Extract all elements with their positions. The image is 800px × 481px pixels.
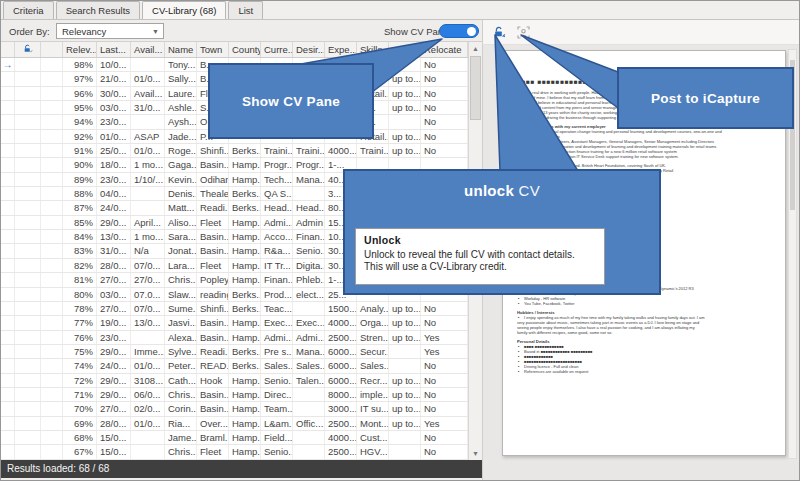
column-header-skills[interactable]: Skills — [357, 42, 389, 57]
table-cell: 27/0... — [97, 402, 131, 415]
column-header-county[interactable]: County — [229, 42, 261, 57]
table-cell: 25/0... — [97, 144, 131, 157]
table-cell: 8000... — [325, 388, 357, 401]
table-cell: Sales... — [357, 359, 389, 372]
column-header-desir[interactable]: Desir... — [293, 42, 325, 57]
tab-criteria[interactable]: Criteria — [3, 1, 54, 19]
table-cell — [15, 331, 41, 344]
table-cell: 27/0... — [97, 302, 131, 315]
table-cell — [41, 201, 63, 214]
show-cv-panel-toggle[interactable] — [439, 24, 479, 38]
table-cell: Sales... — [261, 359, 293, 372]
table-cell — [15, 345, 41, 358]
column-header-expe[interactable]: Expe... — [325, 42, 357, 57]
table-cell: 2500... — [325, 417, 357, 430]
table-cell — [15, 244, 41, 257]
table-cell: Finan... — [261, 273, 293, 286]
table-cell: 81% — [63, 273, 97, 286]
table-cell: 21/0... — [97, 72, 131, 85]
table-row[interactable]: 72%29/0...3108...Cath...HookHamp...Senio… — [1, 374, 482, 388]
table-cell: reading — [197, 288, 229, 301]
post-to-icapture-icon[interactable] — [516, 25, 530, 39]
table-cell — [15, 374, 41, 387]
table-cell: 71% — [63, 388, 97, 401]
table-cell: 84% — [63, 230, 97, 243]
scroll-up-icon[interactable]: ▲ — [469, 42, 482, 55]
unlock-tooltip: Unlock Unlock to reveal the full CV with… — [355, 228, 605, 285]
table-cell: Senio... — [261, 445, 293, 458]
table-cell: Recr... — [357, 374, 389, 387]
table-cell — [41, 115, 63, 128]
table-cell: 19/0... — [97, 316, 131, 329]
table-cell — [15, 259, 41, 272]
table-cell: 02/0... — [131, 402, 165, 415]
table-row[interactable]: 71%29/0...06/0...Chris...Basin...Hamp...… — [1, 388, 482, 402]
table-cell: Digita... — [293, 259, 325, 272]
table-cell — [41, 316, 63, 329]
table-cell — [15, 230, 41, 243]
table-cell: No — [421, 130, 468, 143]
table-cell: Sally... — [165, 72, 197, 85]
table-cell: 72% — [63, 374, 97, 387]
table-cell — [15, 316, 41, 329]
table-cell: Laure... — [165, 87, 197, 100]
table-cell — [131, 201, 165, 214]
table-cell: Acco... — [261, 230, 293, 243]
table-cell: Cust... — [357, 431, 389, 444]
row-indicator — [1, 288, 15, 301]
column-header-curre[interactable]: Curre... — [261, 42, 293, 57]
table-cell: Offic... — [293, 417, 325, 430]
table-row[interactable]: 75%29/0...Imme...Sylve...Readi...Berks..… — [1, 345, 482, 359]
table-cell: Team... — [261, 402, 293, 415]
column-header-avail[interactable]: Avail... — [131, 42, 165, 57]
table-cell: Shinfi... — [197, 144, 229, 157]
column-header-last[interactable]: Last... — [97, 42, 131, 57]
tab-search-results[interactable]: Search Results — [56, 1, 140, 19]
table-row[interactable]: 67%15/0...Chris...FleetHamp...Senio...25… — [1, 445, 482, 459]
table-cell: 90% — [63, 158, 97, 171]
scroll-down-icon[interactable]: ▼ — [469, 447, 482, 460]
table-cell — [389, 345, 421, 358]
table-cell: Hamp... — [229, 230, 261, 243]
table-row[interactable]: 68%15/0...Jame...Braml...Hamp...Field...… — [1, 431, 482, 445]
table-cell: Prod... — [261, 288, 293, 301]
table-row[interactable]: 91%25/0...01/0...Roge...Shinfi...Berks..… — [1, 144, 482, 158]
table-cell: Basin... — [197, 388, 229, 401]
tab-list[interactable]: List — [228, 1, 263, 19]
table-cell: 80% — [63, 288, 97, 301]
table-row[interactable]: 78%27/0...07/0...Sume...Shinfi...Berks..… — [1, 302, 482, 316]
order-by-dropdown[interactable]: Relevancy ▼ — [56, 23, 164, 39]
table-cell: up to... — [389, 101, 421, 114]
table-row[interactable]: 69%28/0...01/0...Ria...Over...Hamp...L&a… — [1, 417, 482, 431]
cv-text-line: Created a Regional operation change trai… — [517, 129, 771, 134]
column-header-travel[interactable]: Travel — [389, 42, 421, 57]
table-cell: Braml... — [197, 431, 229, 444]
table-cell: Yes — [421, 345, 468, 358]
table-cell — [15, 445, 41, 458]
column-header-relev[interactable]: Relev... — [63, 42, 97, 57]
table-row[interactable]: 77%19/0...13/0...Jasvi...Basin...Hamp...… — [1, 316, 482, 330]
tab-cv-library-68[interactable]: CV-Library (68) — [142, 1, 226, 19]
scroll-thumb[interactable] — [470, 56, 481, 120]
table-cell — [15, 58, 41, 71]
table-cell: up to... — [389, 417, 421, 430]
table-row[interactable]: 74%24/0...01/0...Peter...READ...Berks...… — [1, 359, 482, 373]
table-cell — [41, 417, 63, 430]
table-cell: 75% — [63, 345, 97, 358]
table-cell: 29/0... — [97, 388, 131, 401]
table-cell: Traini... — [293, 144, 325, 157]
table-cell: 4000... — [325, 316, 357, 329]
cv-text-line: Delivered classroom function IT Service … — [517, 154, 771, 159]
table-cell — [15, 173, 41, 186]
table-cell: 23/0... — [97, 115, 131, 128]
table-cell: 29/0... — [97, 216, 131, 229]
column-header-relocate[interactable]: Relocate — [421, 42, 468, 57]
table-cell: Imme... — [131, 345, 165, 358]
unlock-cv-icon[interactable] — [492, 25, 506, 39]
column-header-town[interactable]: Town — [197, 42, 229, 57]
table-row[interactable]: 76%23/0...Alexa...Basin...Hamp...Admi...… — [1, 331, 482, 345]
table-cell — [15, 402, 41, 415]
table-row[interactable]: 70%27/0...02/0...Corin...Basin...Hamp...… — [1, 402, 482, 416]
column-header-name[interactable]: Name — [165, 42, 197, 57]
table-cell: Basin... — [197, 316, 229, 329]
